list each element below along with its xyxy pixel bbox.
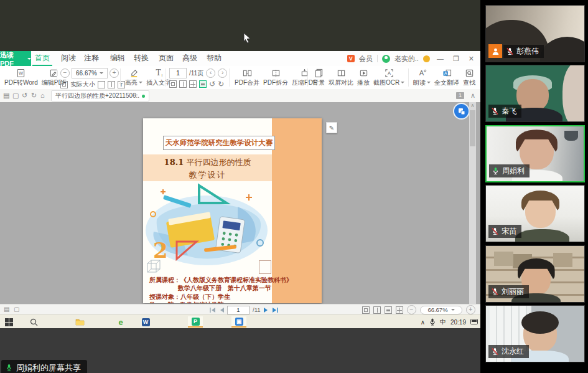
notification-icon[interactable] [470, 319, 478, 326]
save-icon[interactable]: ▢ [12, 89, 19, 102]
account-label[interactable]: 老实的.. [394, 54, 419, 64]
tab-help[interactable]: 帮助 [204, 51, 224, 65]
chevron-down-icon [427, 82, 431, 83]
continuous-view-icon[interactable] [199, 80, 207, 88]
prev-page-icon[interactable] [219, 307, 224, 313]
zoom-out-button[interactable]: − [60, 68, 70, 78]
last-page-icon[interactable] [272, 307, 279, 313]
fit-page-icon[interactable] [108, 81, 115, 88]
account-avatar[interactable] [382, 55, 390, 63]
undo-icon[interactable]: ↺ [22, 89, 27, 102]
redo-icon[interactable]: ↻ [31, 89, 37, 102]
screenshot-ocr-button[interactable]: A 截图OCR [371, 66, 406, 89]
next-page-button[interactable]: › [218, 68, 227, 78]
highlight-button[interactable]: 高亮 [123, 66, 144, 89]
participant-tile-speaking[interactable]: 周娟利 [485, 125, 585, 182]
participant-tile[interactable]: 彭燕伟 [485, 5, 585, 62]
page-number-input[interactable]: 1 [169, 68, 187, 78]
single-page-view-icon[interactable] [169, 80, 177, 88]
shared-desktop-top-band [0, 0, 480, 51]
panel-menu-icon[interactable]: ▤ [3, 89, 9, 102]
read-aloud-button[interactable]: A 朗读 [411, 66, 432, 89]
file-explorer-button[interactable] [72, 316, 87, 328]
zoom-level-select[interactable]: 66.67% [72, 68, 108, 78]
ime-indicator[interactable]: 中 [440, 318, 446, 326]
divider [377, 55, 378, 62]
dual-screen-compare-button[interactable]: 双屏对比 [327, 66, 355, 89]
browser-button[interactable]: e [113, 316, 128, 328]
collapse-toolbar-icon[interactable]: ∧ [470, 89, 475, 102]
rotate-right-icon[interactable]: ↻ [218, 80, 224, 88]
rotate-left-icon[interactable]: ↺ [209, 80, 215, 88]
tab-annotate[interactable]: 注释 [82, 51, 101, 65]
two-page-view-icon[interactable] [179, 80, 187, 88]
app-menu-button[interactable]: 迅读PDF [0, 51, 31, 66]
sidebar-toggle-icon[interactable]: ▤ [4, 305, 9, 314]
person-icon [492, 47, 500, 55]
tray-mic-icon[interactable] [429, 318, 436, 326]
close-button[interactable]: ✕ [466, 55, 477, 63]
scrollbar-thumb[interactable] [470, 110, 475, 146]
participant-tile[interactable]: 沈永红 [485, 305, 585, 362]
double-view-icon[interactable] [373, 306, 381, 314]
status-page-input[interactable]: 1 [227, 306, 250, 314]
annotate-pencil-button[interactable]: ✎ [326, 122, 337, 133]
cube-wireframe-icon [146, 259, 162, 274]
single-view-icon[interactable] [362, 306, 370, 314]
fit-width-icon[interactable] [98, 81, 105, 88]
participant-tile[interactable]: 宋苗 [485, 185, 585, 242]
find-button[interactable]: 查找 [461, 66, 477, 89]
minimize-button[interactable]: — [434, 55, 446, 62]
zoom-in-button[interactable]: + [110, 68, 119, 78]
restore-button[interactable]: ❐ [450, 55, 462, 63]
tray-expand-icon[interactable]: ∧ [421, 319, 425, 326]
actual-size-icon[interactable] [60, 81, 68, 88]
floating-tool-button[interactable] [453, 103, 470, 120]
view-tools-group: 背景 双屏对比 播放 A 截图OCR [310, 66, 406, 89]
participant-tile[interactable]: 秦飞 [485, 65, 585, 122]
first-page-icon[interactable] [209, 307, 216, 313]
thumbnail-panel-icon[interactable]: ▢ [14, 305, 19, 314]
grid-view-icon[interactable] [396, 306, 403, 314]
play-button[interactable]: 播放 [355, 66, 371, 89]
document-canvas[interactable]: 天水师范学院研究生教学设计大赛 18.1 平行四边形的性质 教学设计 [0, 102, 480, 304]
home-icon[interactable]: ⌂ [40, 89, 45, 102]
translate-button[interactable]: A 全文翻译 [432, 66, 461, 89]
pdf-split-button[interactable]: PDF拆分 [261, 66, 290, 89]
page-count-badge: 1 [456, 92, 464, 99]
zoom-slider-chip[interactable]: 66.67% [420, 306, 462, 314]
next-page-icon[interactable] [264, 307, 269, 313]
actual-size-label[interactable]: 实际大小 [70, 80, 95, 89]
word-doc-icon: W [16, 68, 26, 78]
tab-home[interactable]: 首页 [32, 51, 52, 66]
system-tray: ∧ 中 20:19 [421, 315, 478, 329]
search-icon [30, 318, 38, 326]
scroll-up-arrow[interactable]: ∧ [469, 102, 476, 109]
clock[interactable]: 20:19 [450, 319, 466, 326]
pdf-page[interactable]: 天水师范学院研究生教学设计大赛 18.1 平行四边形的性质 教学设计 [143, 118, 322, 303]
pdf-merge-button[interactable]: PDF合并 [233, 66, 261, 89]
taskbar-search-button[interactable] [26, 316, 41, 328]
meeting-app-taskbar-button[interactable]: ▣ [231, 316, 246, 328]
pdf-to-word-button[interactable]: W PDF转Word [2, 66, 40, 89]
word-app-button[interactable]: W [138, 316, 153, 328]
start-button[interactable] [1, 316, 16, 328]
new-tab-button[interactable]: + [133, 89, 138, 102]
participant-tile[interactable]: 刘丽丽 [485, 245, 585, 303]
background-button[interactable]: 背景 [310, 66, 327, 89]
svg-text:W: W [19, 70, 24, 76]
prev-page-button[interactable]: ‹ [206, 68, 215, 78]
tab-advanced[interactable]: 高级 [180, 51, 200, 65]
four-page-view-icon[interactable] [189, 80, 197, 88]
vertical-scrollbar[interactable]: ∧ [469, 102, 476, 304]
tab-convert[interactable]: 转换 [131, 51, 151, 65]
zoom-in-button[interactable]: + [466, 305, 475, 314]
pdf-app-taskbar-button[interactable]: P [188, 316, 203, 328]
tab-page[interactable]: 页面 [156, 51, 176, 65]
tab-edit[interactable]: 编辑 [108, 51, 128, 65]
continuous-view-icon[interactable] [385, 306, 392, 314]
ocr-brackets-icon: A [385, 68, 394, 78]
vip-label[interactable]: 会员 [359, 54, 373, 64]
zoom-out-button[interactable]: − [407, 305, 416, 314]
tab-read[interactable]: 阅读 [58, 51, 78, 65]
